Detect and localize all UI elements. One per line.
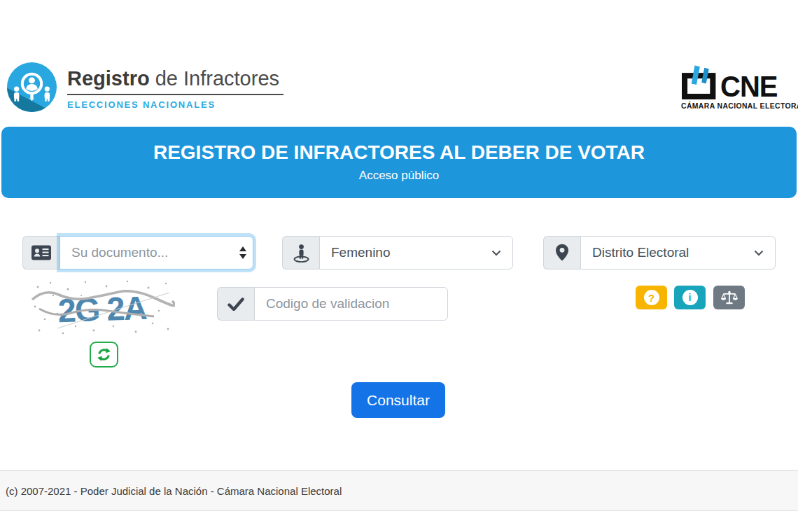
registro-logo-icon [7, 62, 57, 112]
page: Registro de Infractores ELECCIONES NACIO… [0, 0, 798, 532]
info-circle-icon: i [682, 290, 698, 305]
gender-select-value: Femenino [331, 245, 391, 260]
map-marker-icon [543, 236, 580, 270]
page-title: REGISTRO DE INFRACTORES AL DEBER DE VOTA… [1, 127, 797, 164]
cne-ballot-box-icon [681, 64, 718, 99]
number-spinner[interactable] [239, 246, 247, 259]
brand-title: Registro de Infractores [67, 67, 284, 95]
justice-button[interactable] [713, 286, 745, 309]
validation-input[interactable] [254, 287, 448, 321]
balance-scale-icon [720, 290, 738, 305]
footer: (c) 2007-2021 - Poder Judicial de la Nac… [0, 470, 798, 511]
cne-caption: CÁMARA NACIONAL ELECTORAL [681, 102, 789, 110]
chevron-down-icon [754, 250, 764, 256]
district-select-value: Distrito Electoral [592, 245, 689, 260]
help-button[interactable]: ? [636, 286, 667, 309]
street-view-icon [282, 236, 319, 270]
chevron-down-icon [491, 250, 501, 256]
cne-logo: CNE CÁMARA NACIONAL ELECTORAL [681, 64, 789, 110]
document-group [22, 236, 253, 270]
validation-group [217, 287, 448, 321]
check-icon [217, 287, 254, 321]
gender-group: Femenino [282, 236, 513, 270]
page-banner: REGISTRO DE INFRACTORES AL DEBER DE VOTA… [1, 127, 797, 198]
district-group: Distrito Electoral [543, 236, 776, 270]
id-card-icon [22, 236, 59, 270]
info-button[interactable]: i [674, 286, 706, 309]
question-circle-icon: ? [644, 290, 659, 305]
document-input[interactable] [59, 236, 253, 270]
cne-acronym: CNE [720, 71, 777, 100]
page-subtitle: Acceso público [1, 169, 797, 183]
district-select[interactable]: Distrito Electoral [580, 236, 776, 270]
gender-select[interactable]: Femenino [319, 236, 513, 270]
captcha-refresh-button[interactable] [90, 342, 118, 368]
spinner-down-icon[interactable] [239, 254, 246, 259]
spinner-up-icon[interactable] [239, 246, 246, 251]
registro-logo: Registro de Infractores ELECCIONES NACIO… [7, 62, 284, 112]
captcha-image: 2G 2A [29, 277, 175, 337]
refresh-icon [97, 347, 111, 362]
consultar-button[interactable]: Consultar [351, 382, 445, 418]
copyright-text: (c) 2007-2021 - Poder Judicial de la Nac… [6, 485, 342, 497]
brand-subtitle: ELECCIONES NACIONALES [67, 99, 284, 110]
